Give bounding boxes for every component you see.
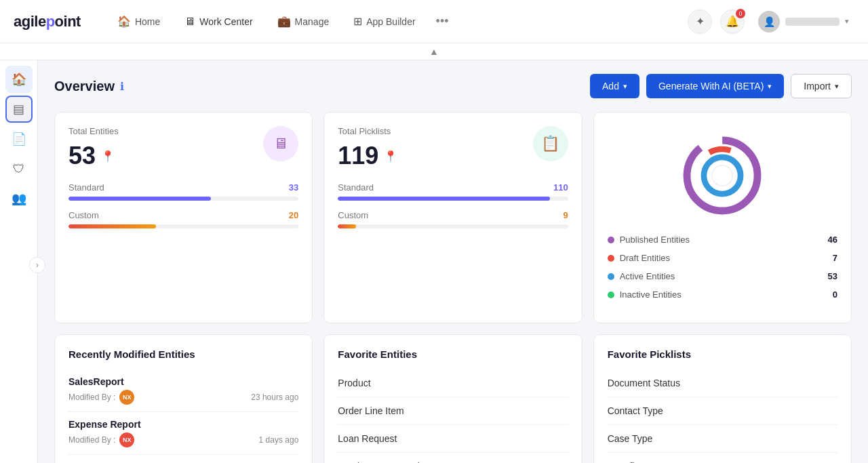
picklists-stat-rows: Standard 110 Custom 9: [338, 182, 568, 228]
user-name: [785, 18, 840, 26]
sidebar-expand-button[interactable]: ›: [29, 257, 45, 273]
favorite-entities-title: Favorite Entities: [338, 348, 568, 360]
sidebar-item-users[interactable]: 👥: [5, 185, 33, 212]
legend-dot: [608, 255, 614, 262]
info-icon[interactable]: ℹ: [120, 80, 124, 93]
sidebar: 🏠 ▤ 📄 🛡 👥 ›: [0, 60, 38, 463]
notification-badge: 0: [736, 9, 745, 18]
entities-standard-row: Standard 33: [68, 182, 298, 201]
entities-custom-row: Custom 20: [68, 210, 298, 228]
total-entities-card: Total Entities 53 📍 🖥 Standard: [54, 112, 313, 323]
sidebar-item-security[interactable]: 🛡: [5, 155, 33, 182]
sidebar-item-entities[interactable]: ▤: [5, 96, 33, 123]
donut-chart-svg: [678, 132, 766, 220]
favorite-picklists-list: Document StatusContact TypeCase TypeBene…: [608, 369, 837, 463]
picklists-custom-progress-bg: [338, 224, 568, 228]
favorite-picklist-item[interactable]: Case Type: [608, 425, 837, 453]
add-button-label: Add: [602, 81, 619, 92]
time-ago: 1 days ago: [259, 435, 299, 445]
picklists-standard-progress-bg: [338, 197, 568, 201]
import-button[interactable]: Import ▾: [791, 74, 852, 98]
entities-pin-icon: 📍: [101, 150, 115, 163]
nav-home[interactable]: 🏠 Home: [108, 9, 170, 33]
legend-value: 46: [828, 235, 837, 245]
favorite-entities-list: ProductOrder Line ItemLoan RequestEmploy…: [338, 369, 568, 463]
entity-name: Expense Report: [68, 419, 298, 430]
total-entities-header: Total Entities 53 📍 🖥: [68, 126, 298, 170]
entity-name: SalesReport: [68, 376, 298, 387]
ai-button-label: Generate With AI (BETA): [658, 81, 764, 92]
ai-assist-button[interactable]: ✦: [688, 9, 712, 34]
sidebar-item-home[interactable]: 🏠: [5, 66, 33, 93]
add-button[interactable]: Add ▾: [590, 74, 639, 98]
total-picklists-label: Total Picklists: [338, 126, 397, 136]
monitor-icon: 🖥: [184, 16, 195, 28]
picklists-standard-row: Standard 110: [338, 182, 568, 201]
entities-stat-rows: Standard 33 Custom 20: [68, 182, 298, 228]
sidebar-item-reports[interactable]: 📄: [5, 125, 33, 153]
favorite-picklist-item[interactable]: Document Status: [608, 369, 837, 397]
time-ago: 23 hours ago: [251, 392, 298, 402]
entities-standard-label: Standard: [68, 182, 104, 193]
nav-more-button[interactable]: •••: [431, 9, 454, 34]
legend-label: Draft Entities: [620, 253, 670, 263]
picklists-standard-header: Standard 110: [338, 182, 568, 193]
bottom-stats-row: Recently Modified Entities SalesReport M…: [54, 334, 852, 463]
legend-dot: [608, 237, 614, 243]
nav-items: 🏠 Home 🖥 Work Center 💼 Manage ⊞ App Buil…: [108, 9, 688, 34]
manage-icon: 💼: [277, 15, 291, 28]
total-picklists-info: Total Picklists 119 📍: [338, 126, 397, 170]
collapse-button[interactable]: ▲: [426, 46, 442, 57]
picklists-pin-icon: 📍: [384, 150, 397, 163]
logo: agilepoint: [14, 13, 81, 31]
favorite-entity-item[interactable]: Order Line Item: [338, 397, 568, 425]
nav-app-builder[interactable]: ⊞ App Builder: [344, 9, 425, 33]
recently-modified-item[interactable]: SalesReport Modified By : NX 23 hours ag…: [68, 369, 298, 412]
picklists-icon-circle: 📋: [533, 126, 568, 161]
favorite-entity-item[interactable]: Loan Request: [338, 425, 568, 453]
header-actions: Add ▾ Generate With AI (BETA) ▾ Import ▾: [590, 74, 852, 98]
nav-right: ✦ 🔔 0 👤 ▾: [688, 8, 854, 35]
legend-dot: [608, 291, 614, 298]
ai-chevron-icon: ▾: [768, 82, 772, 91]
legend-row: Draft Entities 7: [608, 249, 837, 267]
recently-modified-item[interactable]: Expense Report Modified By : NX 1 days a…: [68, 412, 298, 455]
picklists-custom-progress-fill: [338, 224, 356, 228]
entities-standard-progress-fill: [68, 197, 211, 201]
entities-standard-header: Standard 33: [68, 182, 298, 193]
entity-meta-left: Modified By : NX: [68, 432, 134, 447]
entity-meta-left: Modified By : NX: [68, 390, 134, 405]
user-menu[interactable]: 👤 ▾: [753, 8, 854, 35]
legend-label: Inactive Entities: [620, 289, 682, 300]
favorite-picklist-item[interactable]: Benefit Category: [608, 453, 837, 463]
legend-left: Active Entities: [608, 271, 675, 281]
modified-by-label: Modified By :: [68, 392, 115, 402]
shield-sidebar-icon: 🛡: [13, 162, 25, 176]
favorite-entity-item[interactable]: Product: [338, 369, 568, 397]
legend-label: Published Entities: [620, 235, 690, 245]
page-title-row: Overview ℹ: [54, 79, 124, 94]
modified-by-label: Modified By :: [68, 435, 115, 445]
notifications-button[interactable]: 🔔 0: [720, 9, 745, 34]
picklists-custom-header: Custom 9: [338, 210, 568, 220]
reports-sidebar-icon: 📄: [12, 132, 26, 146]
generate-ai-button[interactable]: Generate With AI (BETA) ▾: [646, 74, 784, 98]
nav-manage[interactable]: 💼 Manage: [268, 9, 339, 33]
favorite-picklist-item[interactable]: Contact Type: [608, 397, 837, 425]
picklists-custom-row: Custom 9: [338, 210, 568, 228]
picklists-custom-value: 9: [563, 210, 568, 220]
recently-modified-item[interactable]: Expenses: [68, 455, 298, 463]
favorite-entity-item[interactable]: Employee Suggestion: [338, 453, 568, 463]
legend-value: 53: [828, 271, 837, 281]
legend-dot: [608, 273, 614, 280]
legend-row: Published Entities 46: [608, 230, 837, 249]
entities-icon-circle: 🖥: [263, 126, 298, 161]
add-chevron-icon: ▾: [623, 82, 627, 91]
recently-modified-title: Recently Modified Entities: [68, 348, 298, 360]
favorite-entities-card: Favorite Entities ProductOrder Line Item…: [323, 334, 582, 463]
recently-modified-card: Recently Modified Entities SalesReport M…: [54, 334, 313, 463]
nav-work-center-label: Work Center: [199, 16, 252, 27]
nav-work-center[interactable]: 🖥 Work Center: [175, 10, 262, 33]
avatar: 👤: [758, 11, 780, 33]
ai-icon: ✦: [696, 15, 705, 28]
